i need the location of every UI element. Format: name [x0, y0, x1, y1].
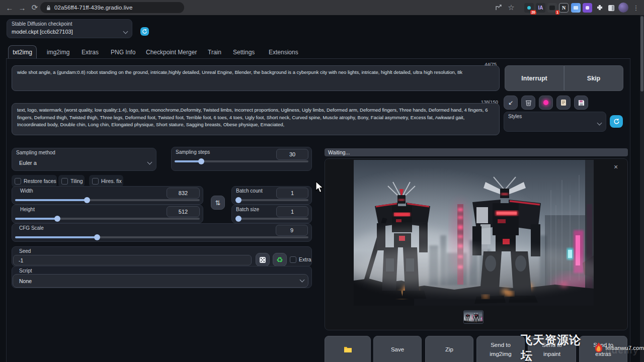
sampling-method-value: Euler a	[19, 160, 37, 166]
restore-faces-label: Restore faces	[24, 178, 56, 184]
checkpoint-value: model.ckpt [cc6cb27103]	[12, 29, 73, 35]
hires-fix-label: Hires. fix	[101, 178, 122, 184]
extra-networks-button[interactable]	[539, 96, 553, 110]
lock-icon	[46, 5, 51, 11]
sampling-method-select[interactable]: Sampling method Euler a	[12, 148, 156, 171]
send-to-inpaint-button[interactable]: Send to inpaint	[528, 336, 576, 362]
restore-faces-checkbox[interactable]: Restore faces	[12, 175, 57, 187]
tiling-label: Tiling	[70, 178, 83, 184]
ext-pin-icon[interactable]: 20	[524, 3, 534, 13]
seed-extra-checkbox[interactable]	[290, 256, 296, 263]
tab-settings[interactable]: Settings	[232, 45, 256, 59]
reuse-seed-button[interactable]: ♻	[273, 253, 287, 266]
tab-train[interactable]: Train	[207, 45, 222, 59]
dice-icon	[259, 256, 266, 263]
batch-size-block: Batch size 1	[231, 205, 312, 223]
checkpoint-select[interactable]: Stable Diffusion checkpoint model.ckpt […	[7, 19, 132, 38]
folder-icon	[344, 346, 352, 353]
interrupt-button[interactable]: Interrupt	[505, 65, 564, 91]
progress-bar: Waiting...	[325, 148, 628, 156]
mouse-cursor	[315, 181, 325, 194]
gallery-thumbnail[interactable]	[463, 310, 484, 324]
batch-size-slider[interactable]	[235, 216, 308, 220]
ext-purple-icon[interactable]	[583, 3, 592, 13]
batch-count-label: Batch count	[236, 188, 263, 194]
script-block: Script None	[12, 266, 312, 288]
chevron-down-icon	[597, 121, 602, 126]
batch-size-label: Batch size	[236, 207, 259, 212]
tab-extensions[interactable]: Extensions	[268, 45, 299, 59]
swap-dimensions-button[interactable]: ⇅	[211, 196, 225, 210]
generated-image[interactable]	[354, 160, 594, 306]
tab-img2img[interactable]: img2img	[46, 45, 70, 59]
ext-camera-icon[interactable]: 1	[547, 3, 557, 13]
send-to-img2img-button[interactable]: Send to img2img	[476, 336, 525, 362]
sampling-steps-label: Sampling steps	[176, 149, 210, 155]
height-block: Height 512	[12, 205, 203, 223]
udemy-watermark: udemy	[605, 345, 638, 356]
browser-forward-icon[interactable]: →	[17, 2, 28, 13]
tab-txt2img[interactable]: txt2img	[8, 45, 37, 59]
url-text: 02a56ff4-71ff-439e.gradio.live	[54, 5, 132, 11]
extensions-puzzle-icon[interactable]	[595, 3, 604, 13]
batch-count-block: Batch count 1	[231, 186, 312, 205]
open-folder-button[interactable]	[325, 336, 371, 362]
clipboard-icon	[560, 99, 567, 106]
styles-refresh-button[interactable]	[610, 115, 623, 128]
save-button[interactable]: Save	[373, 336, 422, 362]
tab-extras[interactable]: Extras	[80, 45, 100, 59]
profile-avatar[interactable]	[618, 3, 628, 13]
seed-block: Seed -1 ♻ Extra	[12, 246, 312, 266]
tab-png-info[interactable]: PNG Info	[110, 45, 136, 59]
clear-prompt-button[interactable]	[521, 96, 535, 110]
scrollbar-thumb[interactable]	[640, 16, 643, 92]
random-seed-button[interactable]	[256, 253, 270, 266]
browser-menu-icon[interactable]: ⋮	[630, 2, 641, 13]
height-slider[interactable]	[15, 216, 200, 220]
prompt-textarea[interactable]: wide shot angle, a (gundam:0.8) robot st…	[12, 65, 500, 91]
save-style-button[interactable]	[574, 96, 588, 110]
hires-fix-checkbox[interactable]: Hires. fix	[89, 175, 123, 187]
width-block: Width 832	[12, 186, 203, 205]
width-label: Width	[20, 188, 33, 194]
close-image-button[interactable]: ×	[614, 163, 618, 171]
tab-checkpoint-merger[interactable]: Checkpoint Merger	[145, 45, 198, 59]
height-label: Height	[20, 207, 35, 212]
script-select[interactable]: None	[13, 274, 308, 288]
browser-toolbar: ← → ⟳ 02a56ff4-71ff-439e.gradio.live ☆ 2…	[0, 0, 644, 15]
screenshot-root: ← → ⟳ 02a56ff4-71ff-439e.gradio.live ☆ 2…	[0, 0, 644, 362]
width-slider[interactable]	[15, 197, 200, 201]
recycle-icon: ♻	[276, 256, 283, 263]
styles-select[interactable]: Styles	[504, 112, 606, 132]
seed-input[interactable]: -1	[13, 255, 252, 265]
browser-reload-icon[interactable]: ⟳	[29, 2, 40, 13]
browser-back-icon[interactable]: ←	[4, 2, 15, 13]
floppy-icon	[578, 100, 585, 106]
styles-label: Styles	[508, 114, 522, 119]
checkbox-icon	[92, 178, 99, 185]
apply-style-button[interactable]	[556, 96, 571, 110]
sampling-steps-slider[interactable]	[175, 158, 308, 162]
checkpoint-refresh-button[interactable]	[140, 27, 149, 36]
skip-button[interactable]: Skip	[564, 65, 623, 91]
ext-ia-icon[interactable]: IA	[536, 3, 545, 13]
tiling-checkbox[interactable]: Tiling	[58, 175, 85, 187]
ext-notion-icon[interactable]: N	[559, 3, 569, 13]
zip-button[interactable]: Zip	[425, 336, 473, 362]
sampling-steps-block: Sampling steps 30	[171, 147, 312, 171]
checkbox-icon	[61, 178, 68, 185]
arrow-down-left-icon: ↙	[508, 99, 513, 106]
negative-prompt-textarea[interactable]: text, logo, watermark, (worst quality, l…	[12, 103, 500, 135]
cfg-scale-slider[interactable]	[15, 234, 308, 238]
paste-params-button[interactable]: ↙	[504, 96, 518, 110]
batch-count-slider[interactable]	[235, 197, 308, 201]
address-bar[interactable]: 02a56ff4-71ff-439e.gradio.live	[40, 2, 184, 13]
share-icon[interactable]	[493, 2, 504, 13]
seed-extra-label: Extra	[299, 256, 311, 262]
script-label: Script	[19, 268, 32, 274]
ext-image-icon[interactable]	[571, 3, 581, 13]
sidebar-toggle-icon[interactable]	[606, 3, 616, 13]
bookmark-star-icon[interactable]: ☆	[506, 2, 517, 13]
script-value: None	[19, 278, 32, 284]
chevron-down-icon	[147, 160, 152, 165]
